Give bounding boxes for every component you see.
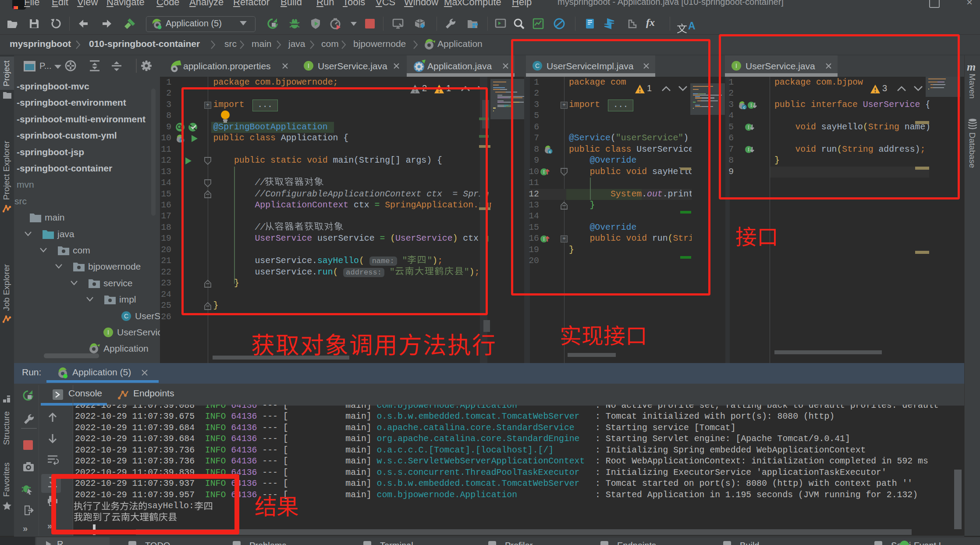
svg-text:C: C — [124, 313, 128, 320]
svg-text:I: I — [308, 62, 309, 69]
svg-text:I: I — [107, 329, 109, 336]
